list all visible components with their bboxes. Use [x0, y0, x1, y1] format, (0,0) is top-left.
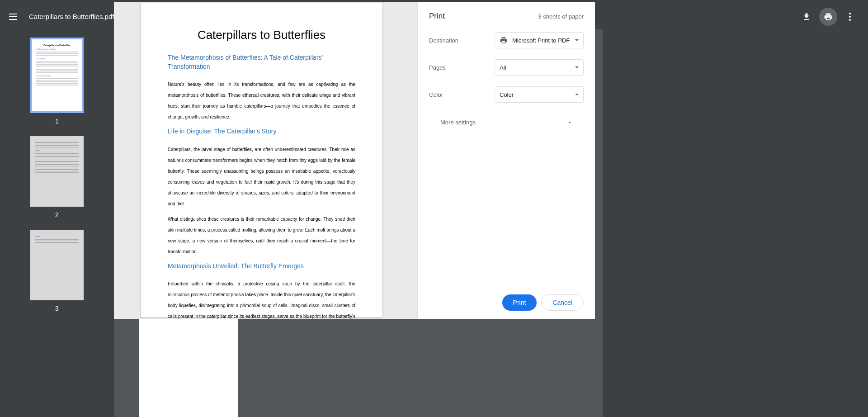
dropdown-arrow-icon — [575, 94, 579, 95]
dropdown-arrow-icon — [575, 66, 579, 68]
preview-page: Caterpillars to Butterflies The Metamorp… — [140, 3, 383, 317]
color-value: Color — [500, 91, 514, 98]
preview-para-4: Entombed within the chrysalis, a protect… — [168, 279, 355, 319]
more-settings-toggle[interactable]: More settings — [429, 114, 584, 131]
more-settings-label: More settings — [440, 119, 476, 126]
file-title: Caterpillars to Butterflies.pdf — [29, 13, 114, 20]
thumbnail-sidebar: Caterpillars to Butterflies The Metamorp… — [0, 29, 114, 417]
dropdown-arrow-icon — [575, 39, 579, 41]
chevron-down-icon — [567, 120, 572, 125]
menu-icon[interactable] — [9, 11, 20, 22]
color-row: Color Color — [429, 86, 584, 103]
download-icon — [802, 12, 811, 21]
destination-dropdown[interactable]: Microsoft Print to PDF — [495, 32, 584, 48]
panel-body: Destination Microsoft Print to PDF Pages… — [418, 28, 595, 286]
pages-label: Pages — [429, 64, 446, 71]
destination-row: Destination Microsoft Print to PDF — [429, 32, 584, 48]
color-dropdown[interactable]: Color — [495, 86, 584, 103]
pages-value: All — [500, 64, 506, 71]
panel-title: Print — [429, 12, 445, 21]
cancel-button[interactable]: Cancel — [541, 294, 584, 311]
thumbnail-item-1[interactable]: Caterpillars to Butterflies The Metamorp… — [30, 38, 84, 125]
more-options-button[interactable] — [841, 8, 859, 26]
thumbnail-page-1: Caterpillars to Butterflies The Metamorp… — [30, 38, 84, 113]
panel-footer: Print Cancel — [418, 286, 595, 319]
background-page — [139, 319, 238, 417]
printer-small-icon — [500, 36, 508, 44]
preview-para-2: Caterpillars, the larval stage of butter… — [168, 144, 355, 209]
page-number-1: 1 — [55, 118, 59, 125]
pages-dropdown[interactable]: All — [495, 59, 584, 76]
thumbnail-item-3[interactable]: Section 3 — [30, 230, 84, 312]
print-submit-button[interactable]: Print — [502, 294, 537, 311]
panel-header: Print 3 sheets of paper — [418, 2, 595, 28]
preview-heading-3: Metamorphosis Unveiled: The Butterfly Em… — [168, 262, 355, 271]
preview-para-3: What distinguishes these creatures is th… — [168, 214, 355, 257]
page-number-2: 2 — [55, 211, 59, 218]
thumbnail-item-2[interactable]: Section 2 — [30, 136, 84, 218]
destination-value: Microsoft Print to PDF — [512, 37, 570, 44]
print-button-header[interactable] — [819, 8, 837, 26]
header-right — [797, 8, 859, 26]
preview-para-1: Nature's beauty often lies in its transf… — [168, 79, 355, 123]
page-number-3: 3 — [55, 305, 59, 312]
pages-row: Pages All — [429, 59, 584, 76]
thumbnail-page-3: Section — [30, 230, 84, 300]
preview-heading-1: The Metamorphosis of Butterflies: A Tale… — [168, 53, 355, 71]
thumbnail-page-2: Section — [30, 136, 84, 207]
dots-vertical-icon — [849, 13, 851, 21]
print-settings-panel: Print 3 sheets of paper Destination Micr… — [417, 2, 595, 319]
color-label: Color — [429, 91, 443, 98]
download-button[interactable] — [797, 8, 816, 26]
printer-icon — [824, 12, 833, 21]
destination-label: Destination — [429, 37, 458, 44]
sheet-count: 3 sheets of paper — [538, 13, 584, 20]
header-left: Caterpillars to Butterflies.pdf — [9, 11, 114, 22]
preview-heading-2: Life in Disguise: The Caterpillar's Stor… — [168, 127, 355, 136]
preview-title: Caterpillars to Butterflies — [168, 28, 355, 42]
